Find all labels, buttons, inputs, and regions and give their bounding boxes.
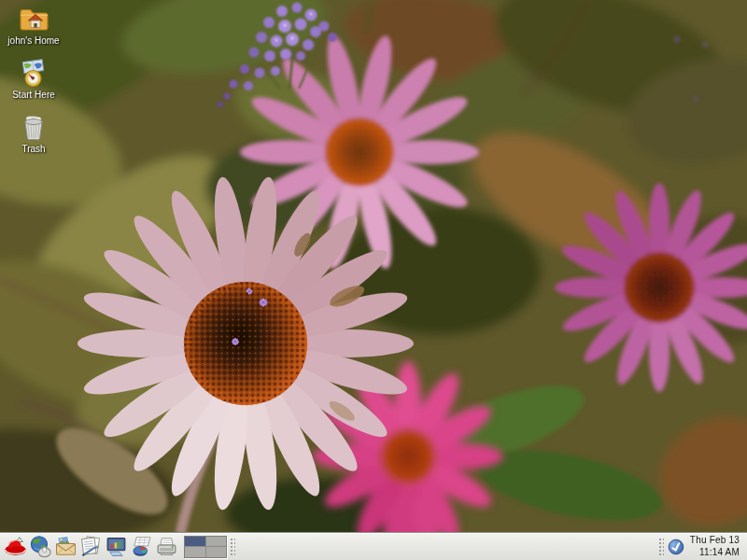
desktop-icon-home[interactable]: john's Home [7,4,59,46]
clock-date: Thu Feb 13 [690,535,740,547]
desktop-icon-trash[interactable]: Trash [18,112,49,154]
word-processor-icon [79,535,103,558]
desktop-icon-label: Trash [21,144,45,154]
clock-time: 11:14 AM [690,547,740,559]
workspace-switcher[interactable] [184,536,227,558]
start-here-icon [18,58,49,88]
main-menu-button[interactable] [3,534,28,560]
presentation-launcher[interactable] [104,534,129,560]
email-launcher[interactable] [53,534,78,560]
desktop[interactable]: john's Home Start Here [0,0,747,560]
presentation-icon [105,535,128,558]
printer-icon [155,535,178,558]
bottom-panel: Thu Feb 13 11:14 AM [0,532,747,560]
web-browser-launcher[interactable] [28,534,53,560]
home-folder-icon [18,4,49,34]
update-notifier-button[interactable] [666,537,686,557]
clock[interactable]: Thu Feb 13 11:14 AM [690,535,744,558]
workspace-4[interactable] [206,547,227,557]
workspace-1[interactable] [185,537,205,547]
print-manager-launcher[interactable] [154,534,179,560]
wallpaper-image [0,0,747,532]
workspace-2[interactable] [206,537,227,547]
email-icon [54,535,78,558]
spreadsheet-icon [130,535,153,558]
workspace-3[interactable] [185,547,205,557]
trash-icon [18,112,49,142]
update-check-icon [668,539,684,555]
desktop-icon-label: john's Home [7,35,59,46]
spreadsheet-launcher[interactable] [129,534,154,560]
red-hat-menu-icon [4,535,27,558]
word-processor-launcher[interactable] [78,534,104,560]
desktop-icon-start-here[interactable]: Start Here [12,58,55,100]
panel-drag-handle[interactable] [229,537,235,557]
web-browser-icon [29,535,52,558]
desktop-icon-list: john's Home Start Here [4,4,63,154]
panel-drag-handle[interactable] [657,537,664,557]
desktop-icon-label: Start Here [12,90,55,100]
